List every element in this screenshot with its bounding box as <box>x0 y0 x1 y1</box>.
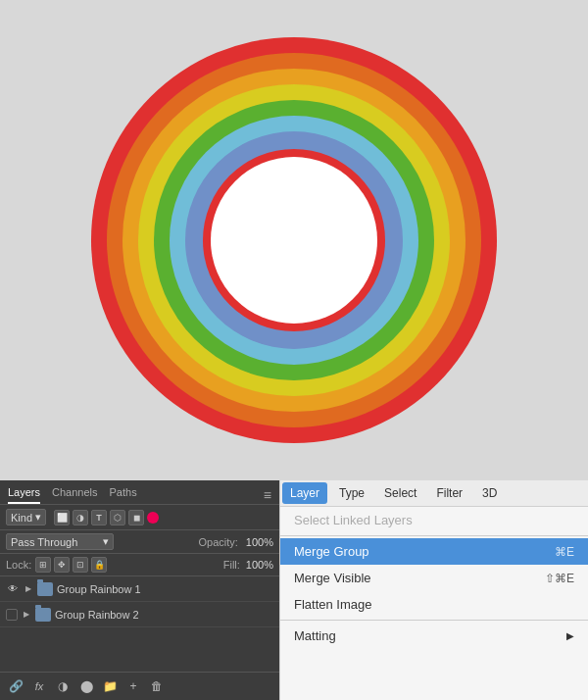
lock-checkers-icon[interactable]: ⊞ <box>35 557 51 573</box>
folder-icon-1 <box>37 582 53 596</box>
menu-bar: Layer Type Select Filter 3D <box>280 480 588 507</box>
new-layer-icon[interactable]: + <box>123 676 143 696</box>
menu-type[interactable]: Type <box>329 480 374 506</box>
menu-divider-1 <box>280 535 588 536</box>
passthrough-label: Pass Through <box>11 536 77 548</box>
eye-icon-1[interactable]: 👁 <box>6 582 20 596</box>
kind-dropdown[interactable]: Kind ▾ <box>6 509 46 525</box>
link-icon[interactable]: 🔗 <box>6 676 25 696</box>
lock-label: Lock: <box>6 559 31 571</box>
kind-adjustment-icon[interactable]: ◑ <box>73 510 88 525</box>
menu-3d[interactable]: 3D <box>472 480 507 506</box>
opacity-label: Opacity: <box>199 536 238 548</box>
menu-merge-group[interactable]: Merge Group ⌘E <box>280 538 588 565</box>
layer-check-2[interactable] <box>6 609 18 621</box>
context-menu: Select Linked Layers Merge Group ⌘E Merg… <box>280 507 588 649</box>
menu-matting[interactable]: Matting ▶ <box>280 623 588 649</box>
svg-point-14 <box>211 157 377 324</box>
passthrough-chevron: ▾ <box>103 535 109 548</box>
menu-filter[interactable]: Filter <box>426 480 472 506</box>
opacity-value[interactable]: 100% <box>246 536 273 548</box>
layer-name-2: Group Rainbow 2 <box>55 609 273 621</box>
merge-visible-shortcut: ⇧⌘E <box>545 572 574 585</box>
fill-value[interactable]: 100% <box>246 559 273 571</box>
passthrough-dropdown[interactable]: Pass Through ▾ <box>6 533 114 550</box>
kind-label: Kind <box>11 512 32 524</box>
fx-icon[interactable]: fx <box>29 676 49 696</box>
fill-label: Fill: <box>223 559 240 571</box>
menu-merge-visible[interactable]: Merge Visible ⇧⌘E <box>280 565 588 591</box>
menu-select-linked: Select Linked Layers <box>280 507 588 533</box>
tab-layers[interactable]: Layers <box>8 486 40 504</box>
menu-flatten-image[interactable]: Flatten Image <box>280 591 588 618</box>
mask-icon[interactable]: ⬤ <box>76 676 96 696</box>
layers-menu-icon[interactable]: ≡ <box>264 487 271 503</box>
expand-arrow-2[interactable]: ▶ <box>22 610 31 620</box>
trash-icon[interactable]: 🗑 <box>147 676 167 696</box>
merge-group-shortcut: ⌘E <box>555 545 574 559</box>
kind-type-icon[interactable]: T <box>91 510 107 525</box>
layer-bottom-icons: 🔗 fx ◑ ⬤ 📁 + 🗑 <box>0 672 279 700</box>
lock-artboard-icon[interactable]: ⊡ <box>73 557 88 573</box>
folder-icon-2 <box>35 608 51 622</box>
kind-icons: ⬜ ◑ T ⬡ ◼ <box>54 510 159 525</box>
menu-layer[interactable]: Layer <box>282 482 327 504</box>
tab-paths[interactable]: Paths <box>110 486 137 504</box>
bottom-panel: Layers Channels Paths ≡ Kind ▾ ⬜ ◑ T ⬡ ◼ <box>0 480 588 700</box>
layer-name-1: Group Rainbow 1 <box>57 583 273 595</box>
passthrough-row: Pass Through ▾ Opacity: 100% <box>0 530 279 554</box>
layer-item-2[interactable]: ▶ Group Rainbow 2 <box>0 602 279 627</box>
expand-arrow-1[interactable]: ▶ <box>24 584 33 594</box>
layers-panel: Layers Channels Paths ≡ Kind ▾ ⬜ ◑ T ⬡ ◼ <box>0 480 279 700</box>
group-icon[interactable]: 📁 <box>100 676 120 696</box>
menu-select[interactable]: Select <box>374 480 426 506</box>
kind-smart-icon[interactable]: ◼ <box>128 510 144 525</box>
lock-row: Lock: ⊞ ✥ ⊡ 🔒 Fill: 100% <box>0 554 279 576</box>
rainbow-image <box>88 34 500 446</box>
layer-item-1[interactable]: 👁 ▶ Group Rainbow 1 <box>0 576 279 602</box>
kind-pixel-icon[interactable]: ⬜ <box>54 510 70 525</box>
kind-row: Kind ▾ ⬜ ◑ T ⬡ ◼ <box>0 505 279 530</box>
menu-divider-2 <box>280 620 588 621</box>
kind-chevron: ▾ <box>35 511 41 524</box>
kind-shape-icon[interactable]: ⬡ <box>110 510 125 525</box>
lock-icons: ⊞ ✥ ⊡ 🔒 <box>35 557 107 573</box>
matting-arrow: ▶ <box>566 630 574 641</box>
canvas-area <box>0 0 588 480</box>
layers-tabs: Layers Channels Paths ≡ <box>0 480 279 505</box>
menu-panel: Layer Type Select Filter 3D Select Linke… <box>279 480 588 700</box>
kind-dot-icon[interactable] <box>147 512 159 524</box>
lock-move-icon[interactable]: ✥ <box>54 557 70 573</box>
lock-lock-icon[interactable]: 🔒 <box>91 557 107 573</box>
adjustment-icon[interactable]: ◑ <box>53 676 73 696</box>
tab-channels[interactable]: Channels <box>52 486 97 504</box>
